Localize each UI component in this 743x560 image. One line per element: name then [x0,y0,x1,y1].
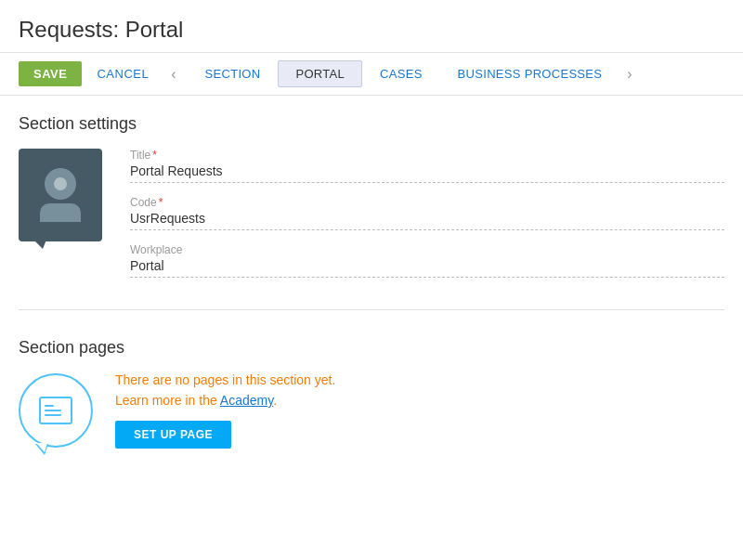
title-field-group: Title * Portal Requests [130,149,724,183]
save-button[interactable]: SAVE [19,61,82,86]
page-icon-line-1 [45,405,54,407]
toolbar: SAVE CANCEL ‹ SECTION PORTAL CASES BUSIN… [0,52,743,96]
learn-more-text: Learn more in the Academy. [115,393,724,408]
tab-business-processes[interactable]: BUSINESS PROCESSES [440,60,620,87]
page-icon-line-2 [45,410,61,411]
page-icon-inner [39,397,72,424]
avatar-person-icon [45,168,76,200]
pages-text: There are no pages in this section yet. … [115,372,724,449]
page-icon-circle [19,373,93,448]
page-title: Requests: Portal [19,17,724,43]
nav-next-button[interactable]: › [619,62,639,86]
section-pages-heading: Section pages [19,338,724,358]
speech-bubble-tail [33,240,46,249]
page-bubble-tail-inner [36,443,47,452]
form-fields: Title * Portal Requests Code * UsrReques… [130,149,724,291]
workplace-label: Workplace [130,243,724,256]
settings-row: Title * Portal Requests Code * UsrReques… [19,149,724,291]
academy-link[interactable]: Academy [220,393,273,408]
title-label: Title * [130,149,724,162]
nav-prev-button[interactable]: ‹ [163,62,183,86]
tab-cases[interactable]: CASES [362,60,440,87]
section-pages-block: Section pages There are no pages in this… [19,329,724,449]
section-settings-heading: Section settings [19,114,724,134]
code-required-marker: * [159,196,163,209]
code-field-group: Code * UsrRequests [130,196,724,230]
avatar-body-icon [40,203,81,222]
page-title-bar: Requests: Portal [0,0,743,52]
nav-tabs: SECTION PORTAL CASES BUSINESS PROCESSES [188,60,620,87]
tab-portal[interactable]: PORTAL [278,60,362,87]
section-settings-block: Section settings Title * [19,114,724,310]
title-required-marker: * [152,149,157,162]
code-value: UsrRequests [130,211,724,230]
code-label: Code * [130,196,724,209]
no-pages-message: There are no pages in this section yet. [115,372,724,387]
page-wrapper: Requests: Portal SAVE CANCEL ‹ SECTION P… [0,0,743,560]
tab-section[interactable]: SECTION [188,60,279,87]
avatar-icon [40,168,81,222]
pages-content: There are no pages in this section yet. … [19,372,724,449]
page-icon-line-3 [45,414,61,416]
title-value: Portal Requests [130,163,724,183]
avatar-box [19,149,102,241]
cancel-button[interactable]: CANCEL [82,61,163,86]
content-area: Section settings Title * [0,96,743,449]
setup-page-button[interactable]: SET UP PAGE [115,421,231,449]
workplace-field-group: Workplace Portal [130,243,724,278]
workplace-value: Portal [130,258,724,278]
